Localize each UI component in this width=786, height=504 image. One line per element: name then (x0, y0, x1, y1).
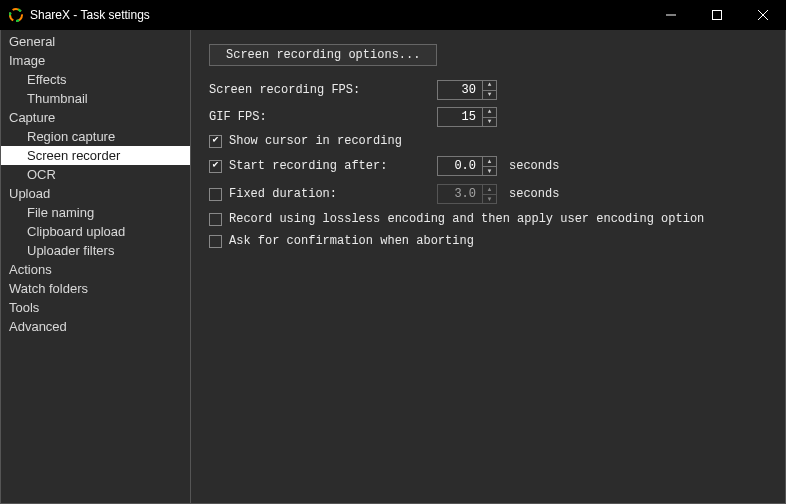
sidebar-item-ocr[interactable]: OCR (1, 165, 190, 184)
start-after-checkbox[interactable] (209, 160, 222, 173)
spinner-down-icon[interactable]: ▼ (483, 91, 496, 100)
lossless-row: Record using lossless encoding and then … (209, 212, 767, 226)
content-area: GeneralImageEffectsThumbnailCaptureRegio… (0, 30, 786, 504)
spinner-down-icon: ▼ (483, 195, 496, 204)
minimize-button[interactable] (648, 0, 694, 30)
sidebar-item-actions[interactable]: Actions (1, 260, 190, 279)
fixed-duration-row: Fixed duration: ▲ ▼ seconds (209, 184, 767, 204)
show-cursor-row: Show cursor in recording (209, 134, 767, 148)
sidebar-item-screen-recorder[interactable]: Screen recorder (1, 146, 190, 165)
gif-fps-label: GIF FPS: (209, 110, 437, 124)
window-title: ShareX - Task settings (30, 8, 648, 22)
sidebar-item-watch-folders[interactable]: Watch folders (1, 279, 190, 298)
lossless-label: Record using lossless encoding and then … (229, 212, 704, 226)
seconds-unit: seconds (509, 187, 559, 201)
sidebar-item-general[interactable]: General (1, 32, 190, 51)
ask-confirm-label: Ask for confirmation when aborting (229, 234, 474, 248)
sidebar-item-clipboard-upload[interactable]: Clipboard upload (1, 222, 190, 241)
start-after-row: Start recording after: ▲ ▼ seconds (209, 156, 767, 176)
window-controls (648, 0, 786, 30)
titlebar: ShareX - Task settings (0, 0, 786, 30)
fixed-duration-spinner: ▲ ▼ (437, 184, 497, 204)
gif-fps-spinner[interactable]: ▲ ▼ (437, 107, 497, 127)
fixed-duration-input (438, 185, 482, 203)
spinner-up-icon: ▲ (483, 185, 496, 195)
seconds-unit: seconds (509, 159, 559, 173)
sidebar-item-tools[interactable]: Tools (1, 298, 190, 317)
sidebar-item-thumbnail[interactable]: Thumbnail (1, 89, 190, 108)
sidebar-item-image[interactable]: Image (1, 51, 190, 70)
gif-fps-row: GIF FPS: ▲ ▼ (209, 107, 767, 127)
spinner-down-icon[interactable]: ▼ (483, 167, 496, 176)
main-panel: Screen recording options... Screen recor… (191, 30, 785, 503)
spinner-up-icon[interactable]: ▲ (483, 157, 496, 167)
sidebar-item-effects[interactable]: Effects (1, 70, 190, 89)
ask-confirm-row: Ask for confirmation when aborting (209, 234, 767, 248)
spinner-down-icon[interactable]: ▼ (483, 118, 496, 127)
screen-recording-options-button[interactable]: Screen recording options... (209, 44, 437, 66)
sidebar-item-region-capture[interactable]: Region capture (1, 127, 190, 146)
fps-label: Screen recording FPS: (209, 83, 437, 97)
fps-input[interactable] (438, 81, 482, 99)
spinner-up-icon[interactable]: ▲ (483, 81, 496, 91)
svg-rect-3 (713, 11, 722, 20)
sidebar-item-advanced[interactable]: Advanced (1, 317, 190, 336)
close-button[interactable] (740, 0, 786, 30)
start-after-spinner[interactable]: ▲ ▼ (437, 156, 497, 176)
app-icon (8, 7, 24, 23)
show-cursor-label: Show cursor in recording (229, 134, 402, 148)
fps-row: Screen recording FPS: ▲ ▼ (209, 80, 767, 100)
fixed-duration-checkbox[interactable] (209, 188, 222, 201)
start-after-label: Start recording after: (229, 159, 387, 173)
sidebar: GeneralImageEffectsThumbnailCaptureRegio… (1, 30, 191, 503)
spinner-up-icon[interactable]: ▲ (483, 108, 496, 118)
maximize-button[interactable] (694, 0, 740, 30)
fixed-duration-label: Fixed duration: (229, 187, 337, 201)
sidebar-item-capture[interactable]: Capture (1, 108, 190, 127)
fps-spinner[interactable]: ▲ ▼ (437, 80, 497, 100)
sidebar-item-upload[interactable]: Upload (1, 184, 190, 203)
show-cursor-checkbox[interactable] (209, 135, 222, 148)
lossless-checkbox[interactable] (209, 213, 222, 226)
start-after-input[interactable] (438, 157, 482, 175)
sidebar-item-uploader-filters[interactable]: Uploader filters (1, 241, 190, 260)
sidebar-item-file-naming[interactable]: File naming (1, 203, 190, 222)
ask-confirm-checkbox[interactable] (209, 235, 222, 248)
gif-fps-input[interactable] (438, 108, 482, 126)
